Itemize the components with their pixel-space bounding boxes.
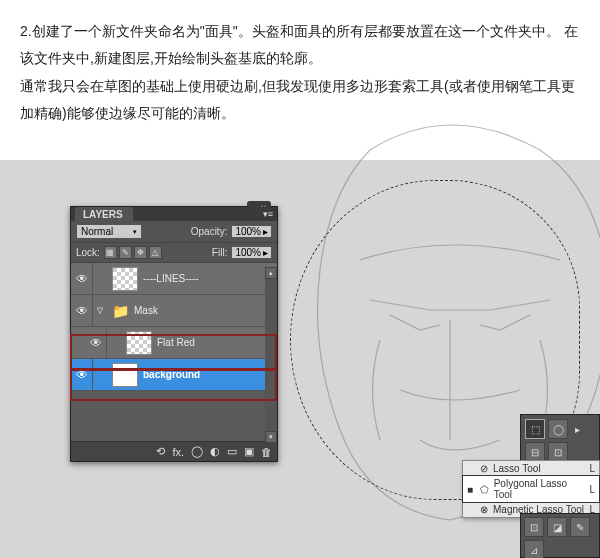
lasso-flyout-menu: ⊘ Lasso Tool L ■ ⬠ Polygonal Lasso Tool … — [462, 460, 600, 518]
folder-icon: 📁 — [112, 303, 129, 319]
eye-icon[interactable]: 👁 — [90, 336, 102, 350]
lock-paint-icon[interactable]: ✎ — [119, 246, 132, 259]
lock-all-icon[interactable]: △ — [149, 246, 162, 259]
lock-position-icon[interactable]: ✥ — [134, 246, 147, 259]
lasso-tool-item[interactable]: ⊘ Lasso Tool L — [463, 461, 599, 476]
layers-panel: •• LAYERS ▾≡ Normal▾ Opacity: 100%▸ Lock… — [70, 206, 278, 462]
rect-marquee-icon[interactable]: ⬚ — [525, 419, 545, 439]
opacity-label: Opacity: — [191, 226, 228, 237]
instruction-p1: 2.创建了一个新文件夹命名为"面具"。头盔和面具的所有层都要放置在这一个文件夹中… — [20, 18, 580, 71]
polygonal-lasso-icon: ⬠ — [480, 484, 489, 495]
fx-icon[interactable]: fx. — [172, 446, 184, 458]
lasso-icon: ⊘ — [480, 463, 488, 474]
shortcut: L — [589, 463, 595, 474]
eye-icon[interactable]: 👁 — [76, 272, 88, 286]
panel-tabs: •• LAYERS ▾≡ — [71, 207, 277, 221]
bottom-tool-panel: ⊡ ◪ ✎ ⊿ — [520, 513, 600, 558]
eyedropper-icon[interactable]: ✎ — [570, 517, 590, 537]
eye-icon[interactable]: 👁 — [76, 304, 88, 318]
layers-tab[interactable]: LAYERS — [75, 207, 133, 221]
eye-icon[interactable]: 👁 — [76, 368, 88, 382]
lock-row: Lock: ▦ ✎ ✥ △ Fill: 100%▸ — [71, 243, 277, 263]
layer-list: 👁 ----LINES---- 👁 ▽ 📁 Mask 👁 Flat Red 👁 … — [71, 263, 277, 441]
layer-name: Flat Red — [157, 337, 195, 348]
collapse-icon[interactable]: ▽ — [93, 306, 107, 315]
layer-name: ----LINES---- — [143, 273, 199, 284]
blend-row: Normal▾ Opacity: 100%▸ — [71, 221, 277, 243]
lock-transparency-icon[interactable]: ▦ — [104, 246, 117, 259]
layer-item-lines[interactable]: 👁 ----LINES---- — [71, 263, 277, 295]
blend-mode-dropdown[interactable]: Normal▾ — [76, 224, 142, 239]
shortcut: L — [589, 484, 595, 495]
single-row-icon[interactable]: ⊟ — [525, 442, 545, 462]
panel-scrollbar[interactable]: ▴ ▾ — [265, 267, 277, 443]
opacity-field[interactable]: 100%▸ — [231, 225, 272, 238]
slice-icon[interactable]: ◪ — [547, 517, 567, 537]
menu-label: Polygonal Lasso Tool — [494, 478, 585, 500]
lock-label: Lock: — [76, 247, 100, 258]
menu-label: Lasso Tool — [493, 463, 541, 474]
ellipse-marquee-icon[interactable]: ◯ — [548, 419, 568, 439]
fill-label: Fill: — [212, 247, 228, 258]
layer-item-mask-group[interactable]: 👁 ▽ 📁 Mask — [71, 295, 277, 327]
fill-field[interactable]: 100%▸ — [231, 246, 272, 259]
magnetic-lasso-icon: ⊗ — [480, 504, 488, 515]
layer-name: Mask — [134, 305, 158, 316]
polygonal-lasso-item[interactable]: ■ ⬠ Polygonal Lasso Tool L — [462, 475, 600, 503]
new-group-icon[interactable]: ▭ — [227, 445, 237, 458]
adjustment-icon[interactable]: ◐ — [210, 445, 220, 458]
layer-item-background[interactable]: 👁 background — [71, 359, 277, 391]
link-layers-icon[interactable]: ⟲ — [156, 445, 165, 458]
layer-name: background — [143, 369, 200, 380]
mask-icon[interactable]: ◯ — [191, 445, 203, 458]
arrow-icon[interactable]: ▸ — [571, 419, 583, 439]
crop-icon[interactable]: ⊡ — [524, 517, 544, 537]
layer-thumb — [112, 363, 138, 387]
ruler-icon[interactable]: ⊿ — [524, 540, 544, 558]
single-col-icon[interactable]: ⊡ — [548, 442, 568, 462]
delete-icon[interactable]: 🗑 — [261, 446, 272, 458]
panel-menu-icon[interactable]: ▾≡ — [263, 209, 273, 219]
layer-item-flat-red[interactable]: 👁 Flat Red — [71, 327, 277, 359]
layer-thumb — [126, 331, 152, 355]
new-layer-icon[interactable]: ▣ — [244, 445, 254, 458]
layer-thumb — [112, 267, 138, 291]
lock-icons: ▦ ✎ ✥ △ — [104, 246, 162, 259]
panel-footer: ⟲ fx. ◯ ◐ ▭ ▣ 🗑 — [71, 441, 277, 461]
